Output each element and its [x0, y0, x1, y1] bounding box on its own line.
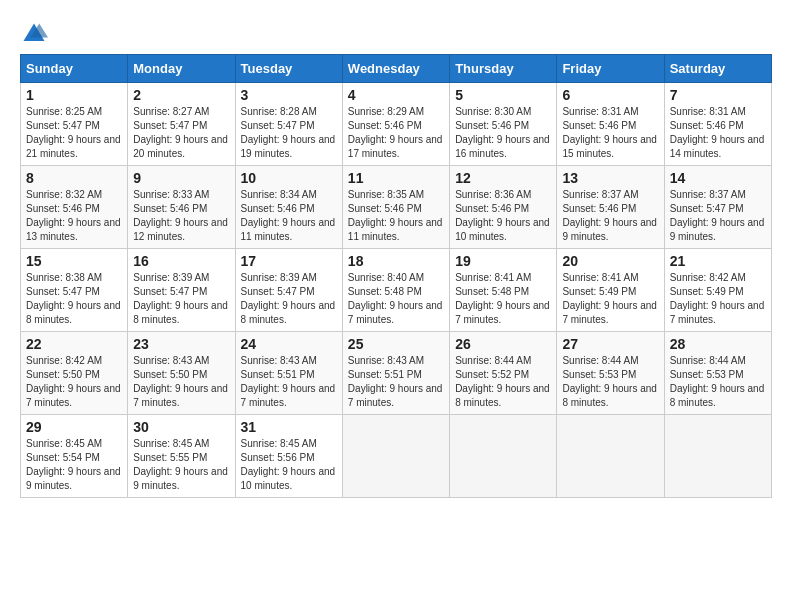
week-row-3: 15Sunrise: 8:38 AMSunset: 5:47 PMDayligh… [21, 249, 772, 332]
calendar-cell: 26Sunrise: 8:44 AMSunset: 5:52 PMDayligh… [450, 332, 557, 415]
day-info: Sunrise: 8:39 AMSunset: 5:47 PMDaylight:… [133, 271, 229, 327]
day-number: 17 [241, 253, 337, 269]
day-number: 1 [26, 87, 122, 103]
weekday-header-sunday: Sunday [21, 55, 128, 83]
day-info: Sunrise: 8:43 AMSunset: 5:51 PMDaylight:… [241, 354, 337, 410]
day-info: Sunrise: 8:29 AMSunset: 5:46 PMDaylight:… [348, 105, 444, 161]
day-number: 13 [562, 170, 658, 186]
day-info: Sunrise: 8:45 AMSunset: 5:56 PMDaylight:… [241, 437, 337, 493]
day-number: 29 [26, 419, 122, 435]
calendar-cell: 20Sunrise: 8:41 AMSunset: 5:49 PMDayligh… [557, 249, 664, 332]
day-number: 25 [348, 336, 444, 352]
day-number: 11 [348, 170, 444, 186]
day-number: 10 [241, 170, 337, 186]
day-info: Sunrise: 8:37 AMSunset: 5:46 PMDaylight:… [562, 188, 658, 244]
day-number: 18 [348, 253, 444, 269]
day-number: 16 [133, 253, 229, 269]
week-row-5: 29Sunrise: 8:45 AMSunset: 5:54 PMDayligh… [21, 415, 772, 498]
day-info: Sunrise: 8:40 AMSunset: 5:48 PMDaylight:… [348, 271, 444, 327]
day-number: 15 [26, 253, 122, 269]
calendar-cell: 15Sunrise: 8:38 AMSunset: 5:47 PMDayligh… [21, 249, 128, 332]
day-info: Sunrise: 8:32 AMSunset: 5:46 PMDaylight:… [26, 188, 122, 244]
weekday-header-monday: Monday [128, 55, 235, 83]
calendar-cell: 25Sunrise: 8:43 AMSunset: 5:51 PMDayligh… [342, 332, 449, 415]
calendar-cell: 5Sunrise: 8:30 AMSunset: 5:46 PMDaylight… [450, 83, 557, 166]
week-row-4: 22Sunrise: 8:42 AMSunset: 5:50 PMDayligh… [21, 332, 772, 415]
day-info: Sunrise: 8:30 AMSunset: 5:46 PMDaylight:… [455, 105, 551, 161]
day-info: Sunrise: 8:39 AMSunset: 5:47 PMDaylight:… [241, 271, 337, 327]
day-info: Sunrise: 8:42 AMSunset: 5:49 PMDaylight:… [670, 271, 766, 327]
calendar-cell: 29Sunrise: 8:45 AMSunset: 5:54 PMDayligh… [21, 415, 128, 498]
calendar-cell [342, 415, 449, 498]
calendar-cell: 28Sunrise: 8:44 AMSunset: 5:53 PMDayligh… [664, 332, 771, 415]
calendar-cell: 19Sunrise: 8:41 AMSunset: 5:48 PMDayligh… [450, 249, 557, 332]
calendar-cell: 23Sunrise: 8:43 AMSunset: 5:50 PMDayligh… [128, 332, 235, 415]
calendar-cell: 31Sunrise: 8:45 AMSunset: 5:56 PMDayligh… [235, 415, 342, 498]
calendar-cell: 21Sunrise: 8:42 AMSunset: 5:49 PMDayligh… [664, 249, 771, 332]
day-number: 14 [670, 170, 766, 186]
day-number: 20 [562, 253, 658, 269]
weekday-header-saturday: Saturday [664, 55, 771, 83]
weekday-header-friday: Friday [557, 55, 664, 83]
calendar-cell: 11Sunrise: 8:35 AMSunset: 5:46 PMDayligh… [342, 166, 449, 249]
calendar-cell: 4Sunrise: 8:29 AMSunset: 5:46 PMDaylight… [342, 83, 449, 166]
calendar-cell: 7Sunrise: 8:31 AMSunset: 5:46 PMDaylight… [664, 83, 771, 166]
day-number: 9 [133, 170, 229, 186]
day-number: 6 [562, 87, 658, 103]
calendar-cell: 30Sunrise: 8:45 AMSunset: 5:55 PMDayligh… [128, 415, 235, 498]
day-info: Sunrise: 8:41 AMSunset: 5:48 PMDaylight:… [455, 271, 551, 327]
calendar-cell: 10Sunrise: 8:34 AMSunset: 5:46 PMDayligh… [235, 166, 342, 249]
calendar-cell: 22Sunrise: 8:42 AMSunset: 5:50 PMDayligh… [21, 332, 128, 415]
weekday-header-thursday: Thursday [450, 55, 557, 83]
day-number: 7 [670, 87, 766, 103]
day-number: 31 [241, 419, 337, 435]
day-number: 21 [670, 253, 766, 269]
header [20, 16, 772, 48]
calendar-table: SundayMondayTuesdayWednesdayThursdayFrid… [20, 54, 772, 498]
day-info: Sunrise: 8:36 AMSunset: 5:46 PMDaylight:… [455, 188, 551, 244]
calendar-cell: 9Sunrise: 8:33 AMSunset: 5:46 PMDaylight… [128, 166, 235, 249]
day-info: Sunrise: 8:27 AMSunset: 5:47 PMDaylight:… [133, 105, 229, 161]
day-info: Sunrise: 8:31 AMSunset: 5:46 PMDaylight:… [670, 105, 766, 161]
calendar-cell: 16Sunrise: 8:39 AMSunset: 5:47 PMDayligh… [128, 249, 235, 332]
day-info: Sunrise: 8:45 AMSunset: 5:54 PMDaylight:… [26, 437, 122, 493]
day-number: 8 [26, 170, 122, 186]
day-info: Sunrise: 8:44 AMSunset: 5:52 PMDaylight:… [455, 354, 551, 410]
day-info: Sunrise: 8:41 AMSunset: 5:49 PMDaylight:… [562, 271, 658, 327]
logo-icon [20, 20, 48, 48]
calendar-cell: 18Sunrise: 8:40 AMSunset: 5:48 PMDayligh… [342, 249, 449, 332]
day-info: Sunrise: 8:35 AMSunset: 5:46 PMDaylight:… [348, 188, 444, 244]
day-number: 19 [455, 253, 551, 269]
calendar-cell: 12Sunrise: 8:36 AMSunset: 5:46 PMDayligh… [450, 166, 557, 249]
calendar-cell [557, 415, 664, 498]
day-number: 27 [562, 336, 658, 352]
day-number: 22 [26, 336, 122, 352]
calendar-cell: 24Sunrise: 8:43 AMSunset: 5:51 PMDayligh… [235, 332, 342, 415]
calendar-cell: 13Sunrise: 8:37 AMSunset: 5:46 PMDayligh… [557, 166, 664, 249]
day-info: Sunrise: 8:45 AMSunset: 5:55 PMDaylight:… [133, 437, 229, 493]
day-info: Sunrise: 8:31 AMSunset: 5:46 PMDaylight:… [562, 105, 658, 161]
week-row-1: 1Sunrise: 8:25 AMSunset: 5:47 PMDaylight… [21, 83, 772, 166]
day-number: 24 [241, 336, 337, 352]
weekday-header-wednesday: Wednesday [342, 55, 449, 83]
day-number: 5 [455, 87, 551, 103]
day-number: 12 [455, 170, 551, 186]
week-row-2: 8Sunrise: 8:32 AMSunset: 5:46 PMDaylight… [21, 166, 772, 249]
day-number: 28 [670, 336, 766, 352]
calendar-cell: 17Sunrise: 8:39 AMSunset: 5:47 PMDayligh… [235, 249, 342, 332]
calendar-cell: 3Sunrise: 8:28 AMSunset: 5:47 PMDaylight… [235, 83, 342, 166]
day-info: Sunrise: 8:43 AMSunset: 5:51 PMDaylight:… [348, 354, 444, 410]
day-info: Sunrise: 8:38 AMSunset: 5:47 PMDaylight:… [26, 271, 122, 327]
day-info: Sunrise: 8:42 AMSunset: 5:50 PMDaylight:… [26, 354, 122, 410]
day-number: 3 [241, 87, 337, 103]
calendar-cell: 2Sunrise: 8:27 AMSunset: 5:47 PMDaylight… [128, 83, 235, 166]
day-number: 26 [455, 336, 551, 352]
calendar-cell: 8Sunrise: 8:32 AMSunset: 5:46 PMDaylight… [21, 166, 128, 249]
day-info: Sunrise: 8:28 AMSunset: 5:47 PMDaylight:… [241, 105, 337, 161]
weekday-header-tuesday: Tuesday [235, 55, 342, 83]
weekday-header-row: SundayMondayTuesdayWednesdayThursdayFrid… [21, 55, 772, 83]
day-info: Sunrise: 8:44 AMSunset: 5:53 PMDaylight:… [562, 354, 658, 410]
day-info: Sunrise: 8:25 AMSunset: 5:47 PMDaylight:… [26, 105, 122, 161]
calendar-cell [664, 415, 771, 498]
calendar-cell [450, 415, 557, 498]
